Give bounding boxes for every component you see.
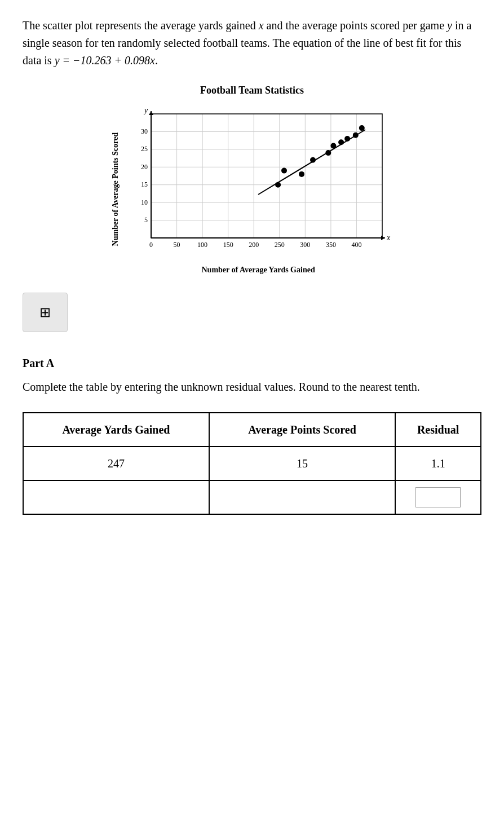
cell-yards-2 xyxy=(23,480,209,514)
svg-text:20: 20 xyxy=(141,163,148,171)
part-a-description: Complete the table by entering the unkno… xyxy=(23,378,481,395)
calculator-icon: ⊞ xyxy=(39,302,51,323)
chart-section: Football Team Statistics Number of Avera… xyxy=(23,83,481,276)
part-a-section: Part A Complete the table by entering th… xyxy=(23,355,481,515)
intro-paragraph: The scatter plot represents the average … xyxy=(23,17,481,69)
svg-text:x: x xyxy=(386,233,391,242)
cell-residual-2-input-cell xyxy=(395,480,481,514)
svg-text:50: 50 xyxy=(174,241,180,249)
residual-table: Average Yards Gained Average Points Scor… xyxy=(23,412,481,515)
svg-text:25: 25 xyxy=(141,145,148,153)
col-header-residual: Residual xyxy=(395,413,481,447)
scatter-plot-svg: y x 5 10 15 20 25 30 0 50 100 150 200 xyxy=(123,103,394,260)
table-row xyxy=(23,480,481,514)
svg-point-37 xyxy=(281,168,287,174)
svg-text:300: 300 xyxy=(300,241,310,249)
svg-point-41 xyxy=(330,143,336,149)
svg-text:5: 5 xyxy=(144,216,148,224)
svg-text:250: 250 xyxy=(275,241,285,249)
col-header-points: Average Points Scored xyxy=(209,413,395,447)
svg-text:30: 30 xyxy=(141,127,148,135)
svg-point-44 xyxy=(353,133,359,138)
y-axis-label: Number of Average Points Scored xyxy=(110,133,121,246)
cell-residual-1: 1.1 xyxy=(395,447,481,480)
svg-point-43 xyxy=(344,136,350,142)
calculator-button[interactable]: ⊞ xyxy=(23,293,68,332)
svg-text:200: 200 xyxy=(249,241,259,249)
svg-text:0: 0 xyxy=(149,241,153,249)
svg-text:150: 150 xyxy=(223,241,233,249)
svg-text:10: 10 xyxy=(141,198,148,206)
svg-rect-46 xyxy=(151,114,382,238)
svg-point-36 xyxy=(275,182,281,188)
cell-points-1: 15 xyxy=(209,447,395,480)
equation-text: y = −10.263 + 0.098x xyxy=(55,54,155,67)
intro-section: The scatter plot represents the average … xyxy=(23,17,481,69)
table-row: 247 15 1.1 xyxy=(23,447,481,480)
svg-text:15: 15 xyxy=(141,180,148,188)
table-header-row: Average Yards Gained Average Points Scor… xyxy=(23,413,481,447)
svg-point-38 xyxy=(299,171,304,177)
cell-points-2 xyxy=(209,480,395,514)
svg-text:350: 350 xyxy=(326,241,336,249)
svg-point-42 xyxy=(338,139,344,145)
x-axis-label: Number of Average Yards Gained xyxy=(202,264,315,276)
cell-yards-1: 247 xyxy=(23,447,209,480)
calculator-section: ⊞ xyxy=(23,293,481,332)
svg-point-45 xyxy=(359,125,365,131)
svg-text:y: y xyxy=(143,106,148,114)
svg-text:400: 400 xyxy=(351,241,361,249)
svg-point-40 xyxy=(325,150,331,156)
chart-area: y x 5 10 15 20 25 30 0 50 100 150 200 xyxy=(123,103,394,260)
svg-text:100: 100 xyxy=(197,241,207,249)
part-a-title: Part A xyxy=(23,355,481,372)
col-header-yards: Average Yards Gained xyxy=(23,413,209,447)
svg-point-39 xyxy=(310,157,316,163)
chart-title: Football Team Statistics xyxy=(200,83,304,98)
residual-input-2[interactable] xyxy=(415,487,461,507)
